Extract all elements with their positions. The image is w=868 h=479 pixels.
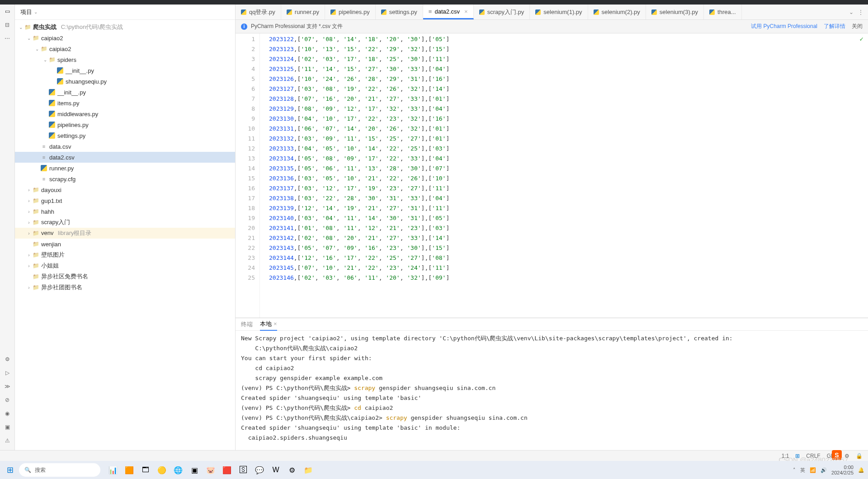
tree-item[interactable]: ⌄caipiao2 <box>15 33 235 43</box>
left-tool-rail: ▭ ⊟ ⋯ ⚙ ▷ ≫ ⊘ ◉ ▣ ⚠ ⌥ <box>0 5 15 458</box>
taskbar-search[interactable]: 🔍 搜索 <box>19 463 100 477</box>
banner-close-link[interactable]: 关闭 <box>852 23 863 30</box>
run-icon[interactable]: ▷ <box>3 369 11 377</box>
editor-tab[interactable]: threa... <box>704 5 741 19</box>
tree-item[interactable]: __init__.py <box>15 87 235 98</box>
editor-tabs: qq登录.pyrunner.pypipelines.pysettings.pyd… <box>236 5 868 20</box>
taskbar-tray: ˄ 英 📶 🔊 0:00 2024/2/25 🔔 <box>793 465 864 475</box>
debug-icon[interactable]: ⊘ <box>3 396 11 404</box>
taskbar-app-icon[interactable]: 🟥 <box>221 464 233 476</box>
editor-tab[interactable]: selenium(1).py <box>530 5 588 19</box>
more-tool-icon[interactable]: ⋯ <box>3 34 11 42</box>
terminal-icon[interactable]: ▣ <box>3 423 11 431</box>
tree-item[interactable]: runner.py <box>15 163 235 174</box>
editor-tab[interactable]: selenium(2).py <box>588 5 646 19</box>
terminal-tab-main[interactable]: 终端 <box>241 319 253 330</box>
close-icon[interactable]: × <box>464 8 468 15</box>
problems-icon[interactable]: ⚠ <box>3 437 11 445</box>
banner-learn-link[interactable]: 了解详情 <box>824 23 845 30</box>
tree-item[interactable]: ›hahh <box>15 206 235 217</box>
editor-gutter: 1234567891011121314151617181920212223242… <box>236 33 260 318</box>
tree-item[interactable]: pipelines.py <box>15 119 235 130</box>
taskbar-app-icon[interactable]: 📊 <box>107 464 119 476</box>
status-lock-icon[interactable]: 🔒 <box>856 453 863 459</box>
tray-chevron-icon[interactable]: ˄ <box>793 467 796 473</box>
tree-item[interactable]: scrapy.cfg <box>15 174 235 184</box>
taskbar-wechat-icon[interactable]: 💬 <box>253 464 266 476</box>
taskbar-app-icon[interactable]: 🅂 <box>237 464 250 476</box>
tree-item[interactable]: __init__.py <box>15 65 235 76</box>
editor-tab[interactable]: qq登录.py <box>236 5 281 19</box>
python-packages-icon[interactable]: ◉ <box>3 409 11 418</box>
tree-item[interactable]: wenjian <box>15 239 235 249</box>
status-position[interactable]: 1:1 <box>782 453 789 459</box>
windows-taskbar: ⊞ 🔍 搜索 📊 🟧 🗔 🟡 🌐 ▣ 🐷 🟥 🅂 💬 W ⚙ 📁 ˄ 英 📶 🔊… <box>0 461 868 479</box>
tree-item[interactable]: ›scrapy入门 <box>15 217 235 228</box>
start-button[interactable]: ⊞ <box>4 464 16 476</box>
project-panel: 项目 ⌄ ⌄爬虫实战 C:\python代码\爬虫实战⌄caipiao2⌄cai… <box>15 5 236 458</box>
project-tree[interactable]: ⌄爬虫实战 C:\python代码\爬虫实战⌄caipiao2⌄caipiao2… <box>15 20 235 458</box>
tree-item[interactable]: ⌄caipiao2 <box>15 43 235 54</box>
editor-tab[interactable]: runner.py <box>281 5 325 19</box>
tray-ime-icon[interactable]: 英 <box>800 467 805 474</box>
python-console-icon[interactable]: ≫ <box>3 382 11 390</box>
status-bar: 1:1 ⊞ CRLF GBK ⚙ 🔒 <box>0 450 868 461</box>
tree-item[interactable]: 异步社区免费书名 <box>15 271 235 282</box>
editor-tab[interactable]: selenium(3).py <box>646 5 704 19</box>
tray-wifi-icon[interactable]: 📶 <box>810 467 816 473</box>
tray-clock[interactable]: 0:00 2024/2/25 <box>831 465 854 475</box>
banner-text: PyCharm Professional 支持 *.csv 文件 <box>251 23 343 30</box>
taskbar-app-icon[interactable]: 🟡 <box>156 464 168 476</box>
tree-item[interactable]: ›dayouxi <box>15 184 235 195</box>
tree-item[interactable]: ›gup1.txt <box>15 195 235 206</box>
csv-plugin-banner: i PyCharm Professional 支持 *.csv 文件 试用 Py… <box>236 20 868 33</box>
tree-item[interactable]: ›壁纸图片 <box>15 249 235 260</box>
inspection-ok-icon[interactable]: ✓ <box>860 35 863 42</box>
taskbar-pycharm-icon[interactable]: ▣ <box>188 464 201 476</box>
status-lineend[interactable]: CRLF <box>806 453 820 459</box>
close-icon[interactable]: × <box>274 320 277 327</box>
editor-content[interactable]: 2023122,['07', '08', '14', '18', '20', '… <box>260 33 868 318</box>
search-placeholder: 搜索 <box>35 466 46 474</box>
taskbar-app-icon[interactable]: 🟧 <box>123 464 136 476</box>
tray-notifications-icon[interactable]: 🔔 <box>858 467 864 473</box>
status-win-icon[interactable]: ⊞ <box>795 453 800 459</box>
taskbar-app-icon[interactable]: 🗔 <box>139 464 152 476</box>
terminal-output[interactable]: New Scrapy project 'caipiao2', using tem… <box>236 331 868 458</box>
tree-item[interactable]: data.csv <box>15 141 235 152</box>
structure-tool-icon[interactable]: ⊟ <box>3 21 11 29</box>
project-panel-title: 项目 <box>20 8 32 16</box>
editor-tab[interactable]: data2.csv× <box>423 5 474 19</box>
services-icon[interactable]: ⚙ <box>3 355 11 363</box>
tree-item[interactable]: ›异步社团图书名 <box>15 282 235 293</box>
tree-root[interactable]: ⌄爬虫实战 C:\python代码\爬虫实战 <box>15 22 235 33</box>
tree-item[interactable]: items.py <box>15 98 235 108</box>
taskbar-explorer-icon[interactable]: 📁 <box>302 464 315 476</box>
tree-item[interactable]: middlewares.py <box>15 108 235 119</box>
taskbar-word-icon[interactable]: W <box>269 464 282 476</box>
taskbar-apps: 📊 🟧 🗔 🟡 🌐 ▣ 🐷 🟥 🅂 💬 W ⚙ 📁 <box>107 464 315 476</box>
tree-item[interactable]: settings.py <box>15 130 235 141</box>
editor-tab[interactable]: pipelines.py <box>325 5 376 19</box>
tree-item[interactable]: ⌄spiders <box>15 54 235 65</box>
tray-volume-icon[interactable]: 🔊 <box>821 467 827 473</box>
banner-try-link[interactable]: 试用 PyCharm Professional <box>751 23 817 30</box>
search-icon: 🔍 <box>24 467 31 473</box>
taskbar-edge-icon[interactable]: 🌐 <box>172 464 184 476</box>
editor-tab[interactable]: scrapy入门.py <box>474 5 530 19</box>
taskbar-settings-icon[interactable]: ⚙ <box>286 464 298 476</box>
tree-item[interactable]: shuangseqiu.py <box>15 76 235 87</box>
tabs-dropdown-icon[interactable]: ⌄ <box>849 9 854 15</box>
project-tool-icon[interactable]: ▭ <box>3 7 11 15</box>
tree-item[interactable]: data2.csv <box>15 152 235 163</box>
terminal-tab-local[interactable]: 本地× <box>260 318 277 331</box>
editor[interactable]: 1234567891011121314151617181920212223242… <box>236 33 868 318</box>
tree-item[interactable]: ›venv library根目录 <box>15 228 235 239</box>
tabs-more-icon[interactable]: ⋮ <box>858 9 863 15</box>
project-panel-header[interactable]: 项目 ⌄ <box>15 5 235 20</box>
taskbar-app-icon[interactable]: 🐷 <box>204 464 217 476</box>
status-indent-icon[interactable]: ⚙ <box>844 453 849 459</box>
ime-badge[interactable]: S <box>832 450 842 460</box>
tree-item[interactable]: ›小姐姐 <box>15 260 235 271</box>
editor-tab[interactable]: settings.py <box>376 5 423 19</box>
